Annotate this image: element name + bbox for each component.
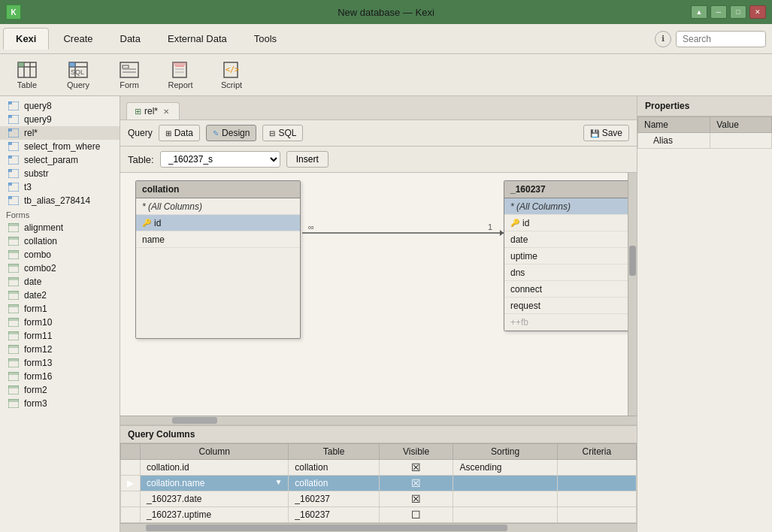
qc-horizontal-scrollbar[interactable] [120,523,637,532]
props-name-header: Name [638,117,710,133]
collation-table-header: collation [136,181,300,198]
svg-rect-38 [8,223,19,226]
qc-row-header [121,444,141,460]
info-button[interactable]: ℹ [655,31,671,47]
qc-cell-visible[interactable]: ☒ [379,460,453,476]
form-icon-5 [8,277,20,287]
sidebar-item-date[interactable]: date [0,275,120,289]
window-close-btn[interactable]: ✕ [749,5,766,19]
table-label: Table: [128,154,154,165]
menu-tab-tools[interactable]: Tools [241,28,289,50]
_160237-all-cols-row[interactable]: * (All Columns) [504,198,637,215]
_160237-uptime-row[interactable]: uptime [504,248,637,264]
search-area: ℹ [655,31,766,47]
_160237-ffb-row[interactable]: ++fb [504,314,637,331]
menu-tab-external-data[interactable]: External Data [155,28,240,50]
table-row[interactable]: _160237.uptime _160237 ☐ [121,507,637,523]
_160237-dns-row[interactable]: dns [504,264,637,281]
sidebar-item-query9[interactable]: query9 [0,113,120,126]
table-select[interactable]: _160237_s [160,151,280,168]
toolbar-report-btn[interactable]: Report [162,58,198,92]
sidebar-item-form11[interactable]: form11 [0,329,120,343]
query-icon-2 [8,114,20,125]
_160237-date-row[interactable]: date [504,231,637,248]
qc-cell-sorting [453,491,557,507]
query-toolbar: Query ⊞ Data ✎ Design ⊟ SQL 💾 Save [120,120,637,147]
window-minimize-btn[interactable]: ─ [710,5,727,19]
sidebar-item-form2[interactable]: form2 [0,383,120,397]
window-up-btn[interactable]: ▲ [691,5,707,19]
report-btn-label: Report [168,80,192,89]
search-input[interactable] [676,31,766,47]
table-row[interactable]: collation.id collation ☒ Ascending [121,460,637,476]
sidebar-item-combo2[interactable]: combo2 [0,261,120,275]
window-maximize-btn[interactable]: □ [730,5,746,19]
menu-tab-data[interactable]: Data [107,28,153,50]
collation-id-row[interactable]: 🔑 id [136,215,300,231]
form-icon-11 [8,358,20,368]
sql-btn[interactable]: ⊟ SQL [262,125,303,141]
svg-rect-34 [8,183,12,186]
table-row[interactable]: ▶ collation.name ▼ collation ☒ [121,476,637,491]
svg-rect-8 [69,62,75,67]
qc-column-header: Column [141,444,289,460]
toolbar-form-btn[interactable]: Form [111,58,147,92]
_160237-request-row[interactable]: request [504,298,637,314]
props-alias-value[interactable] [710,133,772,149]
sidebar-item-tb-alias[interactable]: tb_alias_278414 [0,194,120,207]
sidebar-item-select-from-where[interactable]: select_from_where [0,140,120,153]
toolbar-script-btn[interactable]: </> Script [213,58,250,92]
sidebar-item-form12[interactable]: form12 [0,343,120,356]
window-title: New database — Kexi [338,7,434,18]
diagram-scrollbar-h[interactable] [120,416,637,425]
qc-cell-table: _160237 [289,507,380,523]
sidebar-item-query8[interactable]: query8 [0,99,120,113]
form-icon-3 [8,249,20,260]
qc-cell-visible[interactable]: ☒ [379,491,453,507]
tab-close-btn[interactable]: ✕ [161,106,171,116]
insert-btn[interactable]: Insert [286,151,328,168]
svg-rect-42 [8,250,19,253]
menu-tab-kexi[interactable]: Kexi [3,28,49,50]
svg-rect-13 [123,68,136,70]
design-btn[interactable]: ✎ Design [206,125,256,141]
qc-cell-visible[interactable]: ☒ [379,476,453,491]
qc-cell-visible[interactable]: ☐ [379,507,453,523]
sidebar-item-form3[interactable]: form3 [0,397,120,410]
sidebar-item-form1[interactable]: form1 [0,302,120,316]
collation-all-cols-row[interactable]: * (All Columns) [136,198,300,215]
dropdown-arrow-icon[interactable]: ▼ [274,478,282,486]
query-columns-header: Query Columns [120,425,637,443]
sidebar-item-form10[interactable]: form10 [0,316,120,329]
sidebar-item-form13[interactable]: form13 [0,356,120,370]
menu-tab-create[interactable]: Create [50,28,105,50]
table-row[interactable]: _160237.date _160237 ☒ [121,491,637,507]
table-icon [17,61,38,79]
sidebar-item-form16[interactable]: form16 [0,370,120,383]
_160237-connect-row[interactable]: connect [504,281,637,298]
sidebar-item-rel[interactable]: rel* [0,126,120,140]
sidebar-item-substr[interactable]: substr [0,167,120,180]
data-btn[interactable]: ⊞ Data [159,125,200,141]
sidebar-item-date2[interactable]: date2 [0,289,120,302]
_160237-id-row[interactable]: 🔑 id [504,215,637,231]
_160237-table-header: _160237 [504,181,637,198]
sidebar-item-collation[interactable]: collation [0,234,120,248]
collation-name-row[interactable]: name [136,231,300,248]
diagram-scrollbar-v[interactable] [628,173,637,416]
sidebar-item-t3[interactable]: t3 [0,180,120,194]
form-icon-2 [8,236,20,246]
toolbar-query-btn[interactable]: SQL Query [60,58,96,92]
sidebar-item-select-param[interactable]: select_param [0,153,120,167]
pk-icon: 🔑 [142,219,151,227]
sidebar: query8 query9 rel* select_from_where sel… [0,96,120,532]
query-icon-8 [8,195,20,206]
toolbar-table-btn[interactable]: Table [9,58,45,92]
save-btn[interactable]: 💾 Save [583,125,629,141]
sql-btn-icon: ⊟ [269,129,275,138]
qc-cell-column: _160237.uptime [141,507,289,523]
doc-tab-rel[interactable]: ⊞ rel* ✕ [126,102,180,119]
sidebar-item-combo[interactable]: combo [0,248,120,261]
svg-rect-22 [8,101,12,104]
sidebar-item-alignment[interactable]: alignment [0,221,120,234]
